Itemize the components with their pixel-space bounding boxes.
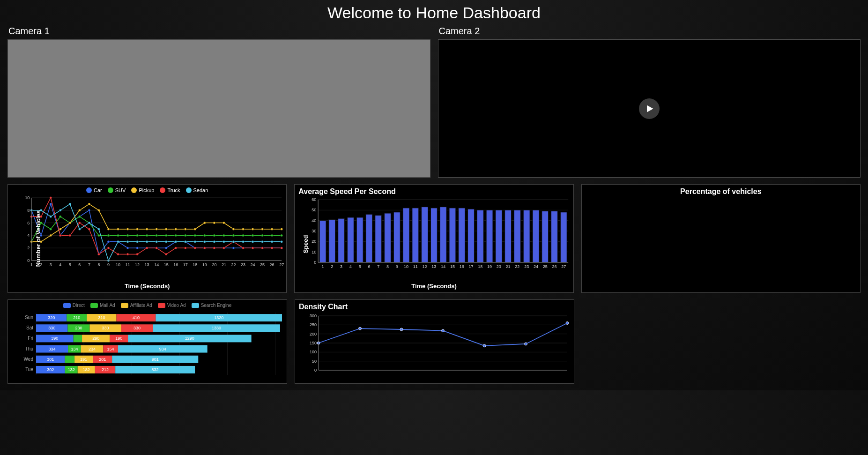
- svg-text:27: 27: [562, 264, 566, 269]
- svg-point-104: [136, 228, 139, 231]
- svg-text:330: 330: [134, 326, 141, 330]
- play-icon: [645, 104, 654, 113]
- legend-label-sedan: Sedan: [193, 187, 208, 193]
- svg-text:20: 20: [497, 264, 501, 269]
- svg-point-79: [156, 234, 158, 237]
- svg-rect-209: [496, 210, 502, 262]
- svg-text:23: 23: [524, 264, 529, 269]
- svg-point-73: [97, 234, 100, 237]
- svg-text:Sun: Sun: [25, 315, 33, 320]
- svg-text:9: 9: [396, 264, 398, 269]
- svg-point-151: [69, 203, 71, 205]
- legend-dot-truck: [160, 187, 165, 193]
- svg-rect-207: [477, 210, 484, 262]
- svg-text:10: 10: [312, 250, 316, 254]
- svg-rect-210: [505, 210, 512, 262]
- svg-text:182: 182: [83, 367, 90, 372]
- svg-text:5: 5: [359, 264, 361, 269]
- svg-text:20: 20: [212, 262, 216, 267]
- legend-label-pickup: Pickup: [139, 187, 154, 193]
- svg-rect-204: [449, 208, 456, 262]
- svg-rect-190: [319, 221, 326, 262]
- svg-text:27: 27: [279, 262, 284, 267]
- svg-point-81: [175, 234, 177, 237]
- svg-point-89: [252, 234, 254, 237]
- svg-point-127: [97, 253, 100, 255]
- avg-speed-chart[interactable]: 0102030405060123456789101112131415161718…: [295, 196, 573, 276]
- svg-text:832: 832: [152, 367, 159, 372]
- percentage-panel: Percentage of vehicles: [581, 184, 861, 293]
- svg-rect-192: [338, 218, 345, 262]
- svg-text:210: 210: [73, 315, 80, 320]
- svg-point-113: [223, 222, 225, 224]
- svg-point-97: [69, 222, 71, 224]
- svg-point-150: [59, 209, 61, 211]
- svg-point-135: [175, 247, 177, 249]
- svg-text:22: 22: [231, 262, 236, 267]
- play-button[interactable]: [639, 98, 660, 119]
- svg-point-140: [223, 247, 225, 249]
- svg-point-84: [203, 234, 206, 237]
- legend-label-mail: Mail Ad: [100, 303, 115, 308]
- svg-text:13: 13: [145, 262, 149, 267]
- stacked-bar-chart[interactable]: Sun3202103104101320Sat3302303303301330Fr…: [8, 309, 287, 377]
- svg-point-134: [165, 253, 167, 255]
- svg-text:26: 26: [270, 262, 274, 267]
- svg-point-115: [242, 228, 245, 231]
- svg-point-82: [184, 234, 186, 237]
- svg-text:11: 11: [126, 262, 130, 267]
- svg-point-125: [78, 222, 81, 224]
- svg-point-168: [232, 240, 235, 243]
- svg-point-173: [281, 240, 283, 243]
- vehicles-line-chart[interactable]: 0246810123456789101112131415161718192021…: [8, 194, 286, 274]
- svg-point-331: [359, 327, 362, 330]
- svg-text:12: 12: [423, 264, 427, 269]
- camera-1-feed[interactable]: [7, 39, 430, 178]
- svg-point-169: [242, 240, 245, 243]
- chart-row-2: Direct Mail Ad Affiliate Ad Video Ad Sea…: [7, 299, 861, 384]
- page-title: Welcome to Home Dashboard: [0, 0, 868, 25]
- svg-rect-195: [366, 214, 372, 262]
- svg-text:50: 50: [312, 359, 317, 364]
- svg-point-333: [442, 329, 445, 332]
- legend-label-affiliate: Affiliate Ad: [130, 303, 152, 308]
- svg-text:0: 0: [27, 258, 30, 263]
- svg-text:8: 8: [27, 208, 30, 213]
- svg-rect-191: [329, 219, 335, 262]
- svg-text:132: 132: [68, 367, 75, 372]
- svg-text:14: 14: [441, 264, 445, 269]
- svg-text:330: 330: [48, 326, 55, 330]
- svg-text:13: 13: [432, 264, 437, 269]
- svg-point-336: [566, 321, 569, 324]
- svg-point-95: [50, 234, 52, 237]
- svg-point-154: [97, 228, 100, 231]
- svg-point-108: [175, 228, 177, 231]
- svg-point-157: [126, 240, 129, 243]
- svg-text:330: 330: [102, 326, 109, 330]
- svg-text:310: 310: [98, 315, 105, 320]
- svg-point-101: [107, 228, 110, 231]
- density-title: Density Chart: [295, 300, 574, 311]
- svg-text:25: 25: [543, 264, 548, 269]
- svg-point-80: [165, 234, 167, 237]
- svg-point-167: [223, 240, 225, 243]
- vehicles-line-legend: Car SUV Pickup Truck Sedan: [8, 185, 286, 194]
- svg-point-138: [203, 247, 206, 249]
- svg-text:302: 302: [47, 367, 54, 372]
- legend-dot-pickup: [131, 187, 137, 193]
- svg-point-112: [213, 222, 215, 224]
- avg-speed-panel: Average Speed Per Second 010203040506012…: [294, 184, 573, 293]
- density-chart[interactable]: 050100150200250300: [295, 311, 574, 377]
- svg-point-96: [59, 228, 61, 231]
- stacked-bar-legend: Direct Mail Ad Affiliate Ad Video Ad Sea…: [8, 300, 287, 309]
- svg-point-91: [271, 234, 273, 237]
- svg-text:190: 190: [115, 336, 122, 341]
- svg-point-334: [483, 344, 486, 347]
- svg-point-53: [165, 247, 167, 249]
- camera-2-feed[interactable]: [438, 39, 861, 178]
- svg-point-156: [117, 240, 119, 243]
- svg-text:410: 410: [133, 315, 140, 320]
- svg-rect-205: [459, 208, 465, 262]
- svg-text:10: 10: [116, 262, 120, 267]
- svg-text:0: 0: [314, 260, 316, 265]
